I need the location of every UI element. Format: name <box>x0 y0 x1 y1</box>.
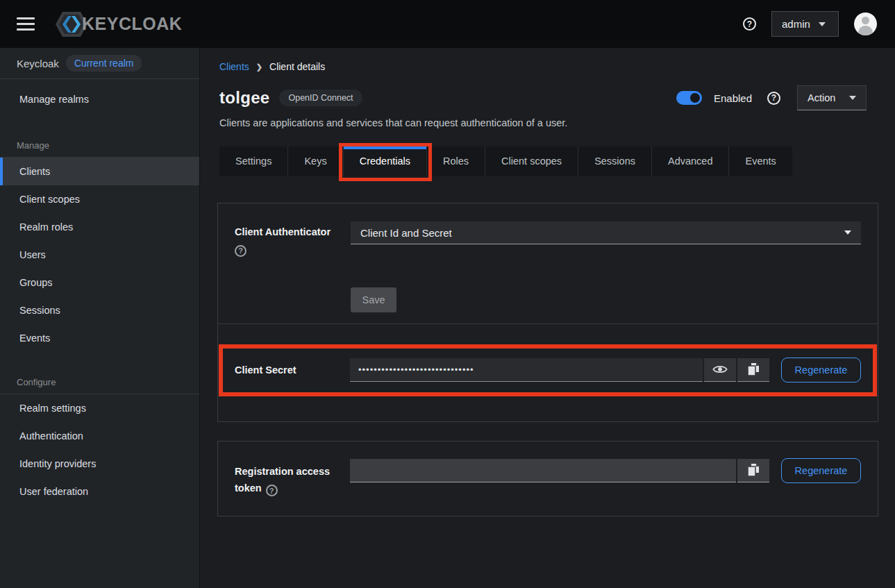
annotation-box-client-secret: Client Secret <box>219 344 877 396</box>
sidebar-section-manage: Manage Clients Client scopes Realm roles… <box>0 133 199 352</box>
page-description: Clients are applications and services th… <box>219 117 895 128</box>
client-authenticator-help-icon[interactable]: ? <box>235 245 246 257</box>
action-dropdown-label: Action <box>808 92 835 103</box>
registration-token-panel: Registration access token? Regenerate <box>217 441 878 517</box>
sidebar-item-user-federation[interactable]: User federation <box>0 478 199 505</box>
tab-events[interactable]: Events <box>729 146 792 176</box>
action-dropdown[interactable]: Action <box>797 85 867 110</box>
divider <box>218 324 878 324</box>
realm-name-label: Keycloak <box>17 58 59 69</box>
enabled-toggle[interactable] <box>676 91 702 105</box>
section-label-configure: Configure <box>0 370 199 394</box>
breadcrumb-clients-link[interactable]: Clients <box>219 61 249 72</box>
tab-roles[interactable]: Roles <box>427 146 485 176</box>
chevron-down-icon <box>849 96 856 100</box>
user-menu-dropdown[interactable]: admin <box>771 11 839 37</box>
username-label: admin <box>782 18 810 30</box>
sidebar: Keycloak Current realm Manage realms Man… <box>0 48 200 588</box>
client-authenticator-label: Client Authenticator <box>235 226 351 237</box>
keycloak-logo: KEYCLOAK <box>53 9 182 40</box>
avatar[interactable] <box>854 12 877 35</box>
registration-token-input-group <box>350 459 769 482</box>
eye-icon <box>712 364 728 375</box>
chevron-down-icon <box>844 230 851 235</box>
tab-sessions[interactable]: Sessions <box>578 146 652 176</box>
registration-token-help-icon[interactable]: ? <box>266 485 278 496</box>
save-button[interactable]: Save <box>351 287 396 312</box>
client-secret-input-group <box>350 358 769 382</box>
breadcrumb-current: Client details <box>269 61 325 72</box>
sidebar-item-identity-providers[interactable]: Identity providers <box>0 450 199 478</box>
page-header: tolgee OpenID Connect Enabled ? Action <box>219 85 867 110</box>
sidebar-item-events[interactable]: Events <box>0 324 199 352</box>
help-icon[interactable]: ? <box>743 17 756 31</box>
sidebar-item-sessions[interactable]: Sessions <box>0 296 199 324</box>
sidebar-item-manage-realms[interactable]: Manage realms <box>0 83 199 115</box>
regenerate-token-button[interactable]: Regenerate <box>781 458 861 483</box>
sidebar-item-users[interactable]: Users <box>0 241 199 269</box>
breadcrumb: Clients ❯ Client details <box>219 61 895 72</box>
registration-token-label: Registration access token? <box>235 458 350 497</box>
tab-keys[interactable]: Keys <box>288 146 343 176</box>
logo-wordmark: KEYCLOAK <box>82 14 182 34</box>
show-secret-button[interactable] <box>704 358 736 382</box>
enabled-help-icon[interactable]: ? <box>767 92 780 105</box>
client-secret-input[interactable] <box>350 358 703 382</box>
masthead: KEYCLOAK ? admin <box>0 0 895 48</box>
tab-advanced[interactable]: Advanced <box>652 146 730 176</box>
protocol-badge: OpenID Connect <box>279 90 362 106</box>
copy-icon <box>747 362 760 376</box>
sidebar-item-clients[interactable]: Clients <box>0 158 199 185</box>
registration-token-input[interactable] <box>350 459 736 482</box>
realm-switcher: Keycloak Current realm <box>0 48 199 79</box>
copy-token-button[interactable] <box>737 459 769 482</box>
client-secret-row: Client Secret <box>223 348 873 392</box>
main-content: Clients ❯ Client details tolgee OpenID C… <box>200 48 895 588</box>
current-realm-badge[interactable]: Current realm <box>66 55 142 72</box>
breadcrumb-chevron-icon: ❯ <box>256 62 262 72</box>
copy-icon <box>747 463 760 477</box>
tab-settings[interactable]: Settings <box>219 146 288 176</box>
sidebar-section-configure: Configure Realm settings Authentication … <box>0 370 199 505</box>
hamburger-menu-icon[interactable] <box>17 14 35 34</box>
enabled-label: Enabled <box>714 92 752 104</box>
sidebar-item-realm-roles[interactable]: Realm roles <box>0 213 199 241</box>
client-secret-label: Client Secret <box>235 364 350 376</box>
regenerate-secret-button[interactable]: Regenerate <box>781 358 861 383</box>
registration-token-row: Registration access token? Regenerate <box>235 458 861 497</box>
credentials-panel: Client Authenticator ? Client Id and Sec… <box>217 203 878 422</box>
sidebar-item-realm-settings[interactable]: Realm settings <box>0 394 199 422</box>
sidebar-item-authentication[interactable]: Authentication <box>0 422 199 450</box>
client-authenticator-select[interactable]: Client Id and Secret <box>351 221 861 244</box>
sidebar-item-client-scopes[interactable]: Client scopes <box>0 185 199 213</box>
tab-client-scopes[interactable]: Client scopes <box>485 146 578 176</box>
sidebar-item-groups[interactable]: Groups <box>0 269 199 296</box>
section-label-manage: Manage <box>0 133 199 157</box>
client-authenticator-value: Client Id and Secret <box>360 227 452 239</box>
chevron-down-icon <box>819 22 826 26</box>
copy-secret-button[interactable] <box>737 358 769 382</box>
tab-bar: Settings Keys Credentials Roles Client s… <box>219 146 895 176</box>
page-title: tolgee <box>219 88 269 108</box>
tab-credentials[interactable]: Credentials <box>344 146 427 176</box>
